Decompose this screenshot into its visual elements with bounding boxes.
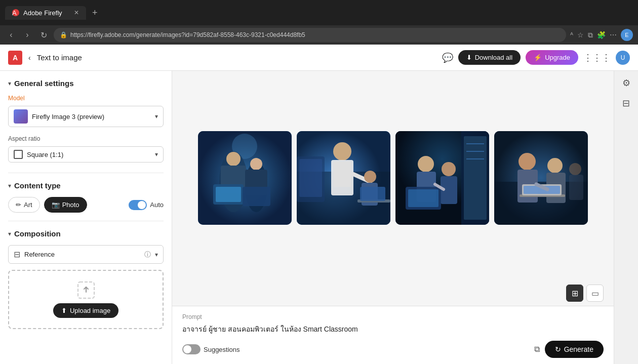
image-3-svg [395,131,489,225]
apps-grid-icon[interactable]: ⋮⋮⋮ [583,52,611,63]
tab-favicon: A [12,9,19,16]
image-1-svg [198,131,292,225]
reference-icon: ⊟ [14,250,20,259]
view-controls: ⊞ ▭ [172,285,614,306]
settings-panel-icon[interactable]: ⚙ [618,75,634,91]
url-text: https://firefly.adobe.com/generate/image… [70,31,560,38]
back-nav-button[interactable]: ‹ [5,30,17,39]
sidebar: ▾ General settings Model Firefly Image 3… [0,71,172,364]
browser-nav: ‹ › ↻ 🔒 https://firefly.adobe.com/genera… [0,25,638,45]
photo-label: Photo [62,201,79,209]
single-view-icon: ▭ [591,289,599,298]
images-grid [172,71,614,285]
upload-icon: ⬆ [61,307,67,314]
photo-icon: 📷 [52,201,60,209]
generated-image-3[interactable] [395,131,489,225]
model-dropdown[interactable]: Firefly Image 3 (preview) ▾ [8,106,164,127]
general-settings-header[interactable]: ▾ General settings [8,79,164,88]
content-type-title: Content type [14,181,61,190]
photo-button[interactable]: 📷 Photo [44,197,87,213]
tab-title: Adobe Firefly [23,9,62,17]
browser-profile-avatar[interactable]: E [621,29,633,41]
composition-header[interactable]: ▾ Composition [8,229,164,238]
more-tools-icon[interactable]: ⋯ [610,31,617,39]
back-to-home-button[interactable]: ‹ [28,54,31,62]
user-avatar[interactable]: U [616,51,630,65]
new-tab-button[interactable]: + [92,8,98,18]
app-header: A ‹ Text to image 💬 ⬇ Download all ⚡ Upg… [0,45,638,71]
aspect-ratio-label: Aspect ratio [8,135,164,142]
main-layout: ▾ General settings Model Firefly Image 3… [0,71,638,364]
aspect-ratio-dropdown[interactable]: Square (1:1) ▾ [8,146,164,163]
svg-point-18 [364,171,376,183]
reference-row[interactable]: ⊟ Reference ⓘ ▾ [8,245,164,264]
download-all-button[interactable]: ⬇ Download all [458,50,521,65]
suggestions-toggle-switch[interactable] [182,344,201,354]
svg-rect-10 [216,187,241,202]
adjust-panel-icon[interactable]: ⊟ [618,95,634,111]
toggle-switch[interactable] [129,200,147,210]
collections-icon[interactable]: ⧉ [588,31,593,39]
auto-label: Auto [150,201,164,209]
model-dropdown-label: Firefly Image 3 (preview) [32,113,151,120]
suggestions-toggle[interactable]: Suggestions [182,344,240,354]
forward-nav-button[interactable]: › [21,30,33,39]
suggestions-label: Suggestions [204,346,240,353]
address-bar[interactable]: 🔒 https://firefly.adobe.com/generate/ima… [54,28,566,42]
model-thumbnail [14,109,28,124]
suggestions-toggle-knob [183,345,191,353]
copy-prompt-button[interactable]: ⧉ [534,345,540,354]
prompt-area: Prompt อาจารย์ ผู้ชาย สอนคอมพิวเตอร์ ในห… [172,306,614,364]
composition-chevron-icon: ▾ [8,230,11,237]
extensions-icon[interactable]: 🧩 [597,31,606,39]
general-settings-chevron-icon: ▾ [8,80,11,87]
grid-view-icon: ⊞ [572,289,578,298]
upgrade-icon: ⚡ [534,54,542,61]
composition-title: Composition [14,229,61,238]
prompt-bottom: Suggestions ⧉ ↻ Generate [182,341,604,358]
svg-rect-36 [408,189,438,207]
generated-image-1[interactable] [198,131,292,225]
reference-arrow-icon: ▾ [155,251,158,258]
model-dropdown-arrow-icon: ▾ [155,113,158,120]
adobe-logo: A [8,51,22,65]
upload-image-button[interactable]: ⬆ Upload image [53,303,118,318]
svg-rect-23 [299,159,322,197]
reference-label: Reference [24,251,140,258]
reference-info-icon[interactable]: ⓘ [144,250,151,259]
generated-image-4[interactable] [494,131,588,225]
upgrade-button[interactable]: ⚡ Upgrade [526,50,578,65]
art-icon: ✏ [16,201,21,209]
svg-point-33 [442,162,456,176]
general-settings-title: General settings [14,79,74,88]
svg-point-42 [547,158,563,173]
content-type-controls: ✏ Art 📷 Photo Auto [8,197,164,213]
main-content: ⊞ ▭ Prompt อาจารย์ ผู้ชาย สอนคอมพิวเตอร์… [172,71,614,364]
single-view-button[interactable]: ▭ [586,285,604,302]
generate-button[interactable]: ↻ Generate [545,341,604,358]
aspect-ratio-icon [14,150,23,159]
favorites-icon[interactable]: ☆ [577,31,584,39]
chat-icon[interactable]: 💬 [442,52,453,63]
upload-box[interactable]: ⬆ Upload image [8,270,164,329]
upgrade-btn-label: Upgrade [545,54,570,61]
refresh-nav-button[interactable]: ↻ [37,30,50,40]
divider-1 [8,173,164,173]
model-label: Model [8,95,164,102]
tab-close-button[interactable]: ✕ [74,9,79,16]
download-icon: ⬇ [466,54,472,61]
lock-icon: 🔒 [60,31,67,38]
generated-image-2[interactable] [297,131,390,225]
prompt-text[interactable]: อาจารย์ ผู้ชาย สอนคอมพิวเตอร์ ในห้อง Sma… [182,323,604,335]
upload-btn-label: Upload image [70,307,110,314]
art-button[interactable]: ✏ Art [8,197,40,213]
prompt-label: Prompt [182,313,604,320]
auto-toggle[interactable]: Auto [129,200,164,210]
grid-view-button[interactable]: ⊞ [566,285,583,302]
read-view-icon[interactable]: ᴬ [570,31,573,39]
svg-rect-48 [569,175,583,200]
page-title: Text to image [37,53,82,62]
browser-tab[interactable]: A Adobe Firefly ✕ [5,6,86,20]
content-type-header[interactable]: ▾ Content type [8,181,164,190]
art-label: Art [24,201,32,209]
